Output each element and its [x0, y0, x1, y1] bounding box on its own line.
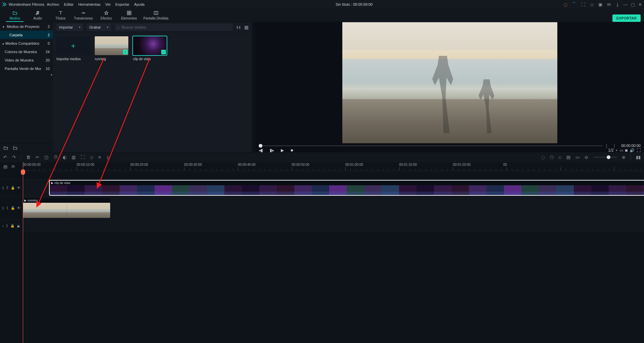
timeline-ruler[interactable]: 00:00:00:00 00:00:10:00 00:00:20:00 00:0… — [23, 162, 644, 171]
download-icon[interactable]: ⭳ — [615, 2, 620, 7]
sidebar-item-project-media[interactable]: ▾ Medios de Proyecto 2 — [0, 22, 53, 31]
menu-archivo[interactable]: Archivo — [47, 2, 59, 6]
tab-elementos[interactable]: Elementos — [118, 8, 140, 22]
folder-icon[interactable] — [13, 146, 17, 150]
import-dropdown[interactable]: Importar — [56, 24, 83, 31]
fit-timeline-button[interactable]: ▮▮ — [636, 155, 641, 160]
adjust-button[interactable]: ≡ — [98, 155, 101, 160]
redo-button[interactable]: ↷ — [12, 155, 16, 160]
snapshot-icon[interactable]: ◙ — [625, 148, 628, 153]
lock-icon[interactable]: 🔓 — [11, 206, 15, 210]
sidebar-item-carpeta[interactable]: Carpeta 2 — [0, 31, 53, 39]
mail-icon[interactable]: ✉ — [607, 2, 611, 7]
new-folder-icon[interactable] — [3, 146, 8, 150]
chevron-down-icon[interactable]: ▾ — [616, 149, 617, 152]
record-dropdown[interactable]: Grabar — [87, 24, 111, 31]
delete-button[interactable]: 🗑 — [26, 155, 31, 160]
scrubber-handle[interactable] — [259, 144, 262, 148]
stop-button[interactable]: ■ — [291, 148, 293, 153]
track-number: 1 — [6, 206, 8, 210]
audio-sync-button[interactable]: ·|· — [106, 155, 110, 160]
zoom-handle[interactable] — [607, 155, 610, 159]
menu-exportar[interactable]: Exportar — [116, 2, 130, 6]
next-frame-button[interactable]: ▮▸ — [270, 148, 274, 153]
menu-herramientas[interactable]: Herramientas — [78, 2, 100, 6]
sidebar-item-green-screen[interactable]: Pantalla Verde de Mue 10 — [0, 64, 53, 73]
track-lane[interactable] — [23, 220, 644, 232]
tips-icon[interactable]: ◌ — [564, 2, 567, 7]
track-video-icon: ▯ — [2, 186, 4, 190]
display-icon[interactable]: ▭ — [619, 148, 623, 153]
fullscreen-icon[interactable]: ⛶ — [637, 148, 641, 153]
keyframe-button[interactable]: ◇ — [90, 155, 93, 160]
minimize-button[interactable]: — — [623, 2, 628, 7]
cut-button[interactable]: ✂ — [36, 155, 39, 160]
play-button[interactable]: ▶ — [281, 148, 284, 153]
voice-icon[interactable]: ▤ — [566, 155, 570, 160]
tab-transiciones[interactable]: Transiciones — [72, 8, 95, 22]
filter-icon[interactable]: ⫮⫮ — [236, 25, 241, 30]
track-lane[interactable]: ▶running — [23, 197, 644, 219]
mixer-icon[interactable]: ◌ — [541, 155, 545, 160]
mark-in-out-icon[interactable]: { } — [606, 143, 618, 148]
track-lane[interactable]: ▶clip de vista — [23, 179, 644, 196]
timeline-options-icon[interactable]: ▤ — [3, 164, 7, 169]
sidebar-item-shared[interactable]: ▸ Medios Compartidos 0 — [0, 39, 53, 47]
maximize-button[interactable]: ▢ — [631, 2, 635, 7]
media-clip-running[interactable]: ✓ running — [95, 36, 128, 61]
menu-editar[interactable]: Editar — [64, 2, 74, 6]
zoom-in-button[interactable]: ⊕ — [622, 155, 626, 160]
lock-icon[interactable]: 🔓 — [11, 186, 15, 190]
tab-audio[interactable]: Audio — [26, 8, 49, 22]
volume-icon[interactable]: 🔊 — [630, 148, 635, 153]
tab-titulos[interactable]: Títulos — [49, 8, 72, 22]
media-clip-vista[interactable]: ✓ clip de vista — [133, 36, 167, 61]
menu-ayuda[interactable]: Ayuda — [134, 2, 144, 6]
lock-icon[interactable]: 🔓 — [10, 224, 14, 228]
tab-efectos[interactable]: Efectos — [95, 8, 118, 22]
speaker-icon[interactable]: 🔈 — [17, 224, 21, 228]
undo-button[interactable]: ↶ — [3, 155, 7, 160]
collapse-sidebar-icon[interactable]: ◂ — [49, 73, 53, 76]
tab-medios[interactable]: Medios — [3, 8, 26, 22]
playhead[interactable] — [23, 162, 23, 343]
save-icon[interactable]: ▣ — [598, 2, 602, 7]
crop-button[interactable]: ◫ — [44, 155, 48, 160]
timeline-clip-running[interactable]: ▶running — [23, 198, 110, 218]
ruler-label: 00:00:10:00 — [77, 163, 94, 166]
panel-tabs: Medios Audio Títulos Transiciones Efecto… — [0, 9, 644, 22]
detach-audio-button[interactable]: ⛶ — [81, 155, 85, 160]
color-button[interactable]: ◐ — [63, 155, 67, 160]
eye-icon[interactable]: 👁 — [17, 206, 20, 210]
sidebar-item-count: 10 — [46, 67, 50, 71]
close-button[interactable]: ✕ — [638, 2, 642, 7]
zoom-out-button[interactable]: ⊖ — [585, 155, 588, 160]
zoom-slider[interactable] — [593, 157, 617, 158]
prev-frame-button[interactable]: ◂▮ — [259, 148, 263, 153]
search-input[interactable]: ⌕ Buscar medios — [115, 24, 233, 31]
render-icon[interactable]: ▭ — [575, 155, 579, 160]
checkmark-icon: ✓ — [123, 50, 128, 54]
timeline-clip-vista[interactable]: ▶clip de vista — [50, 181, 644, 195]
sidebar-item-sample-video[interactable]: Video de Muestra 20 — [0, 56, 53, 64]
green-screen-button[interactable]: ▥ — [72, 155, 76, 160]
headphones-icon[interactable]: ⌒ — [572, 1, 576, 7]
grid-view-icon[interactable]: ▦ — [244, 25, 249, 30]
preview-scrubber[interactable] — [259, 145, 603, 146]
svg-rect-2 — [127, 13, 129, 15]
sidebar-item-sample-colors[interactable]: Colores de Muestra 24 — [0, 47, 53, 56]
speed-button[interactable]: ⏱ — [53, 155, 58, 160]
magnet-icon[interactable]: ⟳ — [11, 164, 15, 169]
eye-icon[interactable]: 👁 — [17, 186, 20, 190]
gift-icon[interactable]: ⛶ — [581, 2, 586, 7]
account-icon[interactable]: ◇ — [590, 2, 594, 7]
timeline-toolbar: ↶ ↷ 🗑 ✂ ◫ ⏱ ◐ ▥ ⛶ ◇ ≡ ·|· ◌ ⬠ ⏍ ▤ ▭ ⊖ ⊕ … — [0, 152, 644, 162]
menu-ver[interactable]: Ver — [105, 2, 111, 6]
import-media-tile[interactable]: ＋ Importar medios — [56, 36, 90, 61]
export-button[interactable]: EXPORTAR — [612, 14, 641, 22]
tab-label: Efectos — [100, 16, 112, 20]
marker-icon[interactable]: ⬠ — [550, 155, 554, 160]
tab-pantalla-dividida[interactable]: Pantalla Dividida — [140, 8, 171, 22]
mic-icon[interactable]: ⏍ — [559, 155, 561, 160]
titlebar: Wondershare Filmora Archivo Editar Herra… — [0, 0, 644, 9]
